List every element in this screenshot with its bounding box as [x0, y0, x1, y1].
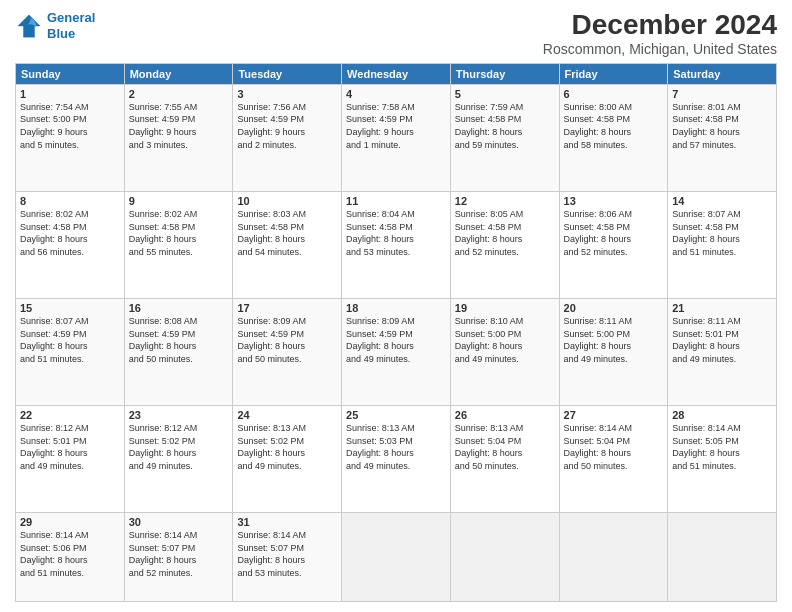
day-number: 18 [346, 302, 446, 314]
table-row: 29Sunrise: 8:14 AMSunset: 5:06 PMDayligh… [16, 513, 125, 602]
table-row: 18Sunrise: 8:09 AMSunset: 4:59 PMDayligh… [342, 299, 451, 406]
day-number: 24 [237, 409, 337, 421]
day-info: Sunrise: 7:56 AMSunset: 4:59 PMDaylight:… [237, 101, 337, 151]
table-row [668, 513, 777, 602]
day-number: 3 [237, 88, 337, 100]
day-number: 14 [672, 195, 772, 207]
day-info: Sunrise: 8:13 AMSunset: 5:02 PMDaylight:… [237, 422, 337, 472]
day-number: 20 [564, 302, 664, 314]
day-number: 29 [20, 516, 120, 528]
day-info: Sunrise: 7:54 AMSunset: 5:00 PMDaylight:… [20, 101, 120, 151]
table-row: 15Sunrise: 8:07 AMSunset: 4:59 PMDayligh… [16, 299, 125, 406]
logo-icon [15, 12, 43, 40]
table-row: 19Sunrise: 8:10 AMSunset: 5:00 PMDayligh… [450, 299, 559, 406]
logo-text: General Blue [47, 10, 95, 41]
day-number: 25 [346, 409, 446, 421]
table-row [450, 513, 559, 602]
table-row: 27Sunrise: 8:14 AMSunset: 5:04 PMDayligh… [559, 406, 668, 513]
day-info: Sunrise: 8:12 AMSunset: 5:01 PMDaylight:… [20, 422, 120, 472]
day-number: 16 [129, 302, 229, 314]
calendar-table: Sunday Monday Tuesday Wednesday Thursday… [15, 63, 777, 602]
day-number: 12 [455, 195, 555, 207]
table-row: 2Sunrise: 7:55 AMSunset: 4:59 PMDaylight… [124, 84, 233, 191]
day-info: Sunrise: 8:02 AMSunset: 4:58 PMDaylight:… [129, 208, 229, 258]
day-number: 26 [455, 409, 555, 421]
table-row: 5Sunrise: 7:59 AMSunset: 4:58 PMDaylight… [450, 84, 559, 191]
title-section: December 2024 Roscommon, Michigan, Unite… [543, 10, 777, 57]
table-row: 23Sunrise: 8:12 AMSunset: 5:02 PMDayligh… [124, 406, 233, 513]
table-row: 10Sunrise: 8:03 AMSunset: 4:58 PMDayligh… [233, 191, 342, 298]
day-number: 8 [20, 195, 120, 207]
day-info: Sunrise: 8:07 AMSunset: 4:59 PMDaylight:… [20, 315, 120, 365]
col-saturday: Saturday [668, 63, 777, 84]
day-info: Sunrise: 8:14 AMSunset: 5:06 PMDaylight:… [20, 529, 120, 579]
table-row: 21Sunrise: 8:11 AMSunset: 5:01 PMDayligh… [668, 299, 777, 406]
day-number: 21 [672, 302, 772, 314]
table-row: 16Sunrise: 8:08 AMSunset: 4:59 PMDayligh… [124, 299, 233, 406]
day-info: Sunrise: 8:11 AMSunset: 5:00 PMDaylight:… [564, 315, 664, 365]
day-info: Sunrise: 8:12 AMSunset: 5:02 PMDaylight:… [129, 422, 229, 472]
day-number: 27 [564, 409, 664, 421]
day-info: Sunrise: 8:14 AMSunset: 5:07 PMDaylight:… [237, 529, 337, 579]
day-number: 5 [455, 88, 555, 100]
table-row: 20Sunrise: 8:11 AMSunset: 5:00 PMDayligh… [559, 299, 668, 406]
day-info: Sunrise: 8:05 AMSunset: 4:58 PMDaylight:… [455, 208, 555, 258]
table-row: 12Sunrise: 8:05 AMSunset: 4:58 PMDayligh… [450, 191, 559, 298]
day-info: Sunrise: 8:09 AMSunset: 4:59 PMDaylight:… [346, 315, 446, 365]
day-number: 17 [237, 302, 337, 314]
table-row: 1Sunrise: 7:54 AMSunset: 5:00 PMDaylight… [16, 84, 125, 191]
table-row: 26Sunrise: 8:13 AMSunset: 5:04 PMDayligh… [450, 406, 559, 513]
logo: General Blue [15, 10, 95, 41]
day-number: 11 [346, 195, 446, 207]
day-info: Sunrise: 8:04 AMSunset: 4:58 PMDaylight:… [346, 208, 446, 258]
table-row: 14Sunrise: 8:07 AMSunset: 4:58 PMDayligh… [668, 191, 777, 298]
table-row: 24Sunrise: 8:13 AMSunset: 5:02 PMDayligh… [233, 406, 342, 513]
table-row: 11Sunrise: 8:04 AMSunset: 4:58 PMDayligh… [342, 191, 451, 298]
day-number: 13 [564, 195, 664, 207]
col-monday: Monday [124, 63, 233, 84]
day-info: Sunrise: 7:59 AMSunset: 4:58 PMDaylight:… [455, 101, 555, 151]
col-thursday: Thursday [450, 63, 559, 84]
day-number: 23 [129, 409, 229, 421]
logo-line1: General [47, 10, 95, 25]
table-row: 4Sunrise: 7:58 AMSunset: 4:59 PMDaylight… [342, 84, 451, 191]
col-friday: Friday [559, 63, 668, 84]
day-info: Sunrise: 8:06 AMSunset: 4:58 PMDaylight:… [564, 208, 664, 258]
day-number: 2 [129, 88, 229, 100]
day-info: Sunrise: 8:09 AMSunset: 4:59 PMDaylight:… [237, 315, 337, 365]
col-wednesday: Wednesday [342, 63, 451, 84]
calendar-body: 1Sunrise: 7:54 AMSunset: 5:00 PMDaylight… [16, 84, 777, 601]
table-row: 8Sunrise: 8:02 AMSunset: 4:58 PMDaylight… [16, 191, 125, 298]
day-info: Sunrise: 8:14 AMSunset: 5:07 PMDaylight:… [129, 529, 229, 579]
day-info: Sunrise: 8:01 AMSunset: 4:58 PMDaylight:… [672, 101, 772, 151]
day-info: Sunrise: 8:11 AMSunset: 5:01 PMDaylight:… [672, 315, 772, 365]
day-number: 19 [455, 302, 555, 314]
day-number: 15 [20, 302, 120, 314]
day-info: Sunrise: 8:00 AMSunset: 4:58 PMDaylight:… [564, 101, 664, 151]
day-info: Sunrise: 8:14 AMSunset: 5:05 PMDaylight:… [672, 422, 772, 472]
page: General Blue December 2024 Roscommon, Mi… [0, 0, 792, 612]
day-info: Sunrise: 8:10 AMSunset: 5:00 PMDaylight:… [455, 315, 555, 365]
day-number: 6 [564, 88, 664, 100]
day-info: Sunrise: 8:03 AMSunset: 4:58 PMDaylight:… [237, 208, 337, 258]
day-number: 7 [672, 88, 772, 100]
day-number: 4 [346, 88, 446, 100]
table-row: 9Sunrise: 8:02 AMSunset: 4:58 PMDaylight… [124, 191, 233, 298]
main-title: December 2024 [543, 10, 777, 41]
header: General Blue December 2024 Roscommon, Mi… [15, 10, 777, 57]
day-number: 1 [20, 88, 120, 100]
day-number: 30 [129, 516, 229, 528]
day-info: Sunrise: 8:02 AMSunset: 4:58 PMDaylight:… [20, 208, 120, 258]
day-info: Sunrise: 8:13 AMSunset: 5:04 PMDaylight:… [455, 422, 555, 472]
day-number: 28 [672, 409, 772, 421]
logo-line2: Blue [47, 26, 75, 41]
table-row [342, 513, 451, 602]
table-row: 31Sunrise: 8:14 AMSunset: 5:07 PMDayligh… [233, 513, 342, 602]
calendar-header: Sunday Monday Tuesday Wednesday Thursday… [16, 63, 777, 84]
table-row: 17Sunrise: 8:09 AMSunset: 4:59 PMDayligh… [233, 299, 342, 406]
col-sunday: Sunday [16, 63, 125, 84]
col-tuesday: Tuesday [233, 63, 342, 84]
table-row: 13Sunrise: 8:06 AMSunset: 4:58 PMDayligh… [559, 191, 668, 298]
table-row: 25Sunrise: 8:13 AMSunset: 5:03 PMDayligh… [342, 406, 451, 513]
day-info: Sunrise: 8:14 AMSunset: 5:04 PMDaylight:… [564, 422, 664, 472]
